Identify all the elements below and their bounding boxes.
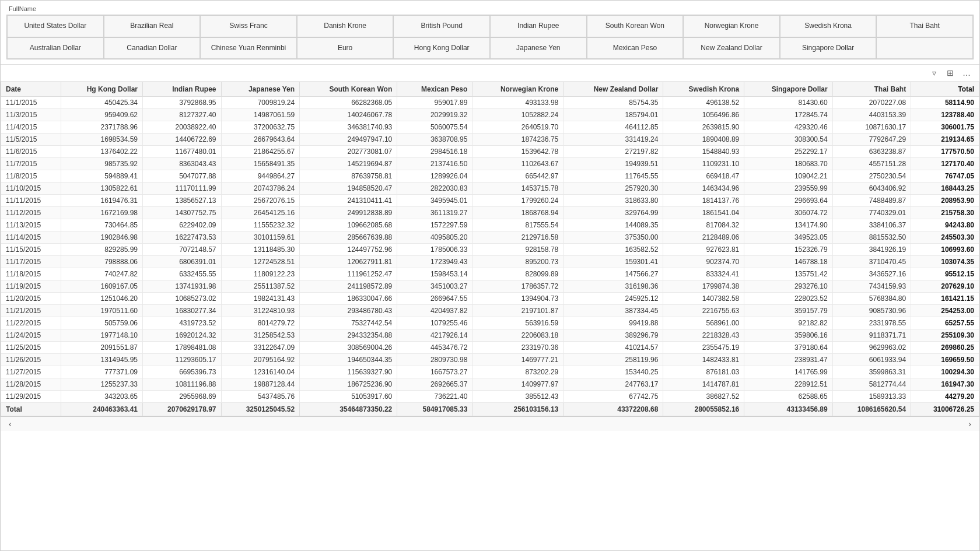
- table-cell: 6806391.01: [143, 256, 222, 268]
- scroll-right-arrow[interactable]: ›: [965, 418, 975, 430]
- table-cell: 2640519.70: [473, 121, 564, 134]
- table-cell: 161947.30: [911, 378, 979, 391]
- table-cell: 4217926.14: [397, 329, 473, 342]
- table-container[interactable]: Date Hg Kong Dollar Indian Rupee Japanes…: [1, 82, 979, 416]
- table-cell: 316198.36: [564, 280, 663, 293]
- table-cell: 6332455.55: [143, 268, 222, 280]
- table-row: 11/12/20151672169.9814307752.7526454125.…: [1, 207, 979, 219]
- col-header-sek[interactable]: Swedish Krona: [663, 82, 744, 97]
- field-pill-inr[interactable]: Indian Rupee: [490, 15, 587, 37]
- table-cell: 1786357.72: [473, 280, 564, 293]
- table-cell: 11809122.23: [221, 268, 300, 280]
- table-cell: 33122647.09: [221, 342, 300, 354]
- table-cell: 124497752.96: [300, 244, 397, 256]
- field-pill-eur[interactable]: Euro: [297, 37, 394, 59]
- field-pill-aud[interactable]: Australian Dollar: [7, 37, 104, 59]
- field-pill-chf[interactable]: Swiss Franc: [200, 15, 297, 37]
- col-header-krw[interactable]: South Korean Won: [300, 82, 397, 97]
- col-header-hkd[interactable]: Hg Kong Dollar: [61, 82, 143, 97]
- table-cell: 833324.41: [663, 268, 744, 280]
- bottom-bar: ‹ ›: [1, 416, 979, 431]
- field-pill-gbp[interactable]: British Pound: [393, 15, 490, 37]
- filter-icon[interactable]: ▿: [928, 67, 940, 79]
- table-cell: 2822030.83: [397, 183, 473, 195]
- field-pill-usd[interactable]: United States Dollar: [7, 15, 104, 37]
- field-pill-thb[interactable]: Thai Baht: [876, 15, 973, 37]
- table-cell: 318633.80: [564, 195, 663, 207]
- field-pill-nok[interactable]: Norwegian Krone: [683, 15, 780, 37]
- footer-inr: 2070629178.97: [143, 403, 222, 416]
- table-cell: 2692665.37: [397, 378, 473, 391]
- table-cell: 92182.82: [744, 317, 832, 329]
- table-cell: 1799874.38: [663, 280, 744, 293]
- col-header-inr[interactable]: Indian Rupee: [143, 82, 222, 97]
- table-cell: 11/26/2015: [1, 354, 61, 366]
- col-header-sgd[interactable]: Singapore Dollar: [744, 82, 832, 97]
- table-cell: 172845.74: [744, 109, 832, 121]
- table-cell: 269860.25: [911, 342, 979, 354]
- table-cell: 3710470.45: [832, 256, 911, 268]
- table-cell: 123788.40: [911, 109, 979, 121]
- col-header-thb[interactable]: Thai Baht: [832, 82, 911, 97]
- table-cell: 11/27/2015: [1, 366, 61, 378]
- table-cell: 2128489.06: [663, 231, 744, 244]
- table-cell: 1723949.43: [397, 256, 473, 268]
- field-list-label: FullName: [6, 5, 974, 12]
- table-cell: 185794.01: [564, 109, 663, 121]
- field-pill-nzd[interactable]: New Zealand Dollar: [683, 37, 780, 59]
- table-cell: 94243.80: [911, 219, 979, 231]
- field-pill-sgd[interactable]: Singapore Dollar: [780, 37, 877, 59]
- col-header-mxn[interactable]: Mexican Peso: [397, 82, 473, 97]
- table-cell: 120627911.81: [300, 256, 397, 268]
- table-cell: 450425.34: [61, 97, 143, 109]
- table-cell: 163582.52: [564, 244, 663, 256]
- field-list-section: FullName United States Dollar Brazilian …: [1, 1, 979, 65]
- table-cell: 255109.30: [911, 329, 979, 342]
- table-cell: 2355475.19: [663, 342, 744, 354]
- table-cell: 159301.41: [564, 256, 663, 268]
- col-header-total[interactable]: Total: [911, 82, 979, 97]
- table-cell: 308569004.26: [300, 342, 397, 354]
- table-cell: 296693.64: [744, 195, 832, 207]
- field-pill-mxn[interactable]: Mexican Peso: [587, 37, 684, 59]
- field-pill-krw[interactable]: South Korean Won: [587, 15, 684, 37]
- table-cell: 186725236.90: [300, 378, 397, 391]
- footer-nzd: 43372208.68: [564, 403, 663, 416]
- table-cell: 11/1/2015: [1, 97, 61, 109]
- field-pill-cad[interactable]: Canadian Dollar: [104, 37, 201, 59]
- table-cell: 7009819.24: [221, 97, 300, 109]
- table-cell: 902374.70: [663, 256, 744, 268]
- col-header-nzd[interactable]: New Zealand Dollar: [564, 82, 663, 97]
- table-cell: 81430.60: [744, 97, 832, 109]
- table-row: 11/29/2015343203.652955968.695437485.765…: [1, 391, 979, 403]
- table-cell: 95512.15: [911, 268, 979, 280]
- table-cell: 1861541.04: [663, 207, 744, 219]
- field-pill-dkk[interactable]: Danish Krone: [297, 15, 394, 37]
- table-cell: 257920.30: [564, 183, 663, 195]
- table-cell: 410214.57: [564, 342, 663, 354]
- table-cell: 169659.50: [911, 354, 979, 366]
- field-pill-cny[interactable]: Chinese Yuan Renminbi: [200, 37, 297, 59]
- field-pill-hkd[interactable]: Hong Kong Dollar: [393, 37, 490, 59]
- col-header-date[interactable]: Date: [1, 82, 61, 97]
- table-cell: 294332354.88: [300, 329, 397, 342]
- table-cell: 959409.62: [61, 109, 143, 121]
- table-cell: 568961.00: [663, 317, 744, 329]
- more-icon[interactable]: …: [961, 67, 972, 79]
- scroll-left-arrow[interactable]: ‹: [5, 418, 15, 430]
- grid-icon[interactable]: ⊞: [944, 67, 956, 79]
- table-cell: 16830277.34: [143, 305, 222, 317]
- field-pill-jpy[interactable]: Japanese Yen: [490, 37, 587, 59]
- col-header-jpy[interactable]: Japanese Yen: [221, 82, 300, 97]
- col-header-nok[interactable]: Norwegian Krone: [473, 82, 564, 97]
- table-cell: 306074.72: [744, 207, 832, 219]
- table-cell: 1453715.78: [473, 183, 564, 195]
- table-cell: 736221.40: [397, 391, 473, 403]
- table-row: 11/19/20151609167.0513741931.9825511387.…: [1, 280, 979, 293]
- table-cell: 1698534.59: [61, 134, 143, 146]
- table-cell: 306001.75: [911, 121, 979, 134]
- field-pill-sek[interactable]: Swedish Krona: [780, 15, 877, 37]
- table-cell: 111961252.47: [300, 268, 397, 280]
- table-cell: 389296.79: [564, 329, 663, 342]
- field-pill-brl[interactable]: Brazilian Real: [104, 15, 201, 37]
